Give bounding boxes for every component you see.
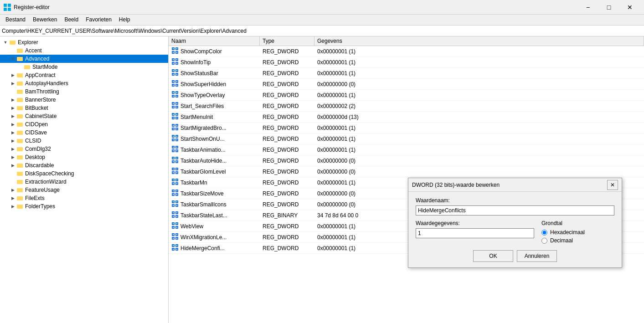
expand-clsid[interactable]: ▶ bbox=[9, 138, 16, 143]
tree-item-cabinetstate[interactable]: ▶ CabinetState bbox=[0, 112, 168, 120]
close-button[interactable]: ✕ bbox=[619, 0, 640, 15]
tree-item-accent[interactable]: Accent bbox=[0, 46, 168, 55]
annuleren-button[interactable]: Annuleren bbox=[517, 250, 557, 262]
table-row[interactable]: ShowTypeOverlayREG_DWORD0x00000001 (1) bbox=[169, 90, 644, 101]
hex-option[interactable]: Hexadecimaal bbox=[541, 229, 614, 236]
menu-bestand[interactable]: Bestand bbox=[2, 15, 29, 24]
address-bar[interactable]: Computer\HKEY_CURRENT_USER\Software\Micr… bbox=[0, 26, 644, 36]
cell-type: REG_DWORD bbox=[260, 112, 314, 122]
dword-dialog[interactable]: DWORD (32 bits)-waarde bewerken ✕ Waarde… bbox=[408, 178, 622, 268]
tree-item-desktop[interactable]: ▶ Desktop bbox=[0, 153, 168, 161]
table-row[interactable]: TaskbarGlomLevelREG_DWORD0x00000000 (0) bbox=[169, 166, 644, 177]
tree-item-appcontract[interactable]: ▶ AppContract bbox=[0, 71, 168, 79]
restore-button[interactable]: □ bbox=[598, 0, 619, 15]
tree-label-foldertypes: FolderTypes bbox=[25, 203, 55, 210]
tree-item-explorer[interactable]: ▼ Explorer bbox=[0, 38, 168, 46]
tree-item-diskspacechecking[interactable]: DiskSpaceChecking bbox=[0, 169, 168, 178]
dialog-title: DWORD (32 bits)-waarde bewerken bbox=[412, 182, 500, 188]
expand-explorer[interactable]: ▼ bbox=[2, 40, 9, 45]
tree-label-cabinetstate: CabinetState bbox=[25, 113, 57, 119]
tree-item-clsid[interactable]: ▶ CLSID bbox=[0, 137, 168, 145]
dec-option[interactable]: Decimaal bbox=[541, 237, 614, 244]
tree-item-discardable[interactable]: ▶ Discardable bbox=[0, 161, 168, 169]
reg-value-icon bbox=[171, 91, 179, 99]
table-row[interactable]: ShowInfoTipREG_DWORD0x00000001 (1) bbox=[169, 57, 644, 68]
svg-rect-161 bbox=[176, 227, 177, 228]
tree-item-featureusage[interactable]: ▶ FeatureUsage bbox=[0, 186, 168, 194]
reg-value-icon bbox=[171, 47, 179, 56]
svg-rect-64 bbox=[173, 96, 174, 97]
dialog-buttons: OK Annuleren bbox=[416, 250, 614, 262]
hex-radio[interactable] bbox=[541, 230, 547, 236]
expand-bamthrottling[interactable] bbox=[9, 89, 16, 94]
svg-rect-65 bbox=[176, 96, 177, 97]
svg-rect-31 bbox=[176, 48, 177, 49]
tree-item-advanced[interactable]: ▼ Advanced bbox=[0, 55, 168, 63]
tree-item-extractionwizard[interactable]: ExtractionWizard bbox=[0, 178, 168, 186]
tree-item-bannerstore[interactable]: ▶ BannerStore bbox=[0, 96, 168, 104]
tree-item-fileexts[interactable]: ▶ FileExts bbox=[0, 194, 168, 202]
menu-favorieten[interactable]: Favorieten bbox=[82, 15, 115, 24]
svg-rect-150 bbox=[173, 212, 174, 213]
tree-item-foldertypes[interactable]: ▶ FolderTypes bbox=[0, 202, 168, 210]
minimize-button[interactable]: − bbox=[577, 0, 598, 15]
expand-advanced[interactable]: ▼ bbox=[9, 56, 16, 61]
svg-rect-86 bbox=[173, 125, 174, 126]
expand-cidopen[interactable]: ▶ bbox=[9, 122, 16, 127]
expand-bannerstore[interactable]: ▶ bbox=[9, 97, 16, 102]
expand-cidsave[interactable]: ▶ bbox=[9, 130, 16, 135]
tree-item-bitbucket[interactable]: ▶ BitBucket bbox=[0, 104, 168, 112]
table-row[interactable]: ShowSuperHiddenREG_DWORD0x00000000 (0) bbox=[169, 79, 644, 90]
menu-bewerken[interactable]: Bewerken bbox=[29, 15, 61, 24]
table-row[interactable]: StartShownOnU...REG_DWORD0x00000001 (1) bbox=[169, 133, 644, 144]
expand-discardable[interactable]: ▶ bbox=[9, 163, 16, 168]
menu-beeld[interactable]: Beeld bbox=[61, 15, 82, 24]
table-row[interactable]: ShowCompColorREG_DWORD0x00000001 (1) bbox=[169, 46, 644, 57]
menu-help[interactable]: Help bbox=[115, 15, 134, 24]
expand-bitbucket[interactable]: ▶ bbox=[9, 106, 16, 110]
waardenaam-input[interactable] bbox=[416, 205, 614, 215]
table-row[interactable]: ShowStatusBarREG_DWORD0x00000001 (1) bbox=[169, 68, 644, 79]
expand-autoplayhandlers[interactable]: ▶ bbox=[9, 81, 16, 86]
reg-value-icon bbox=[171, 167, 179, 176]
expand-desktop[interactable]: ▶ bbox=[9, 155, 16, 159]
cell-type: REG_DWORD bbox=[260, 46, 314, 56]
expand-appcontract[interactable]: ▶ bbox=[9, 73, 16, 77]
expand-extractionwizard[interactable] bbox=[9, 179, 16, 184]
tree-label-bamthrottling: BamThrottling bbox=[25, 88, 59, 95]
dialog-close-button[interactable]: ✕ bbox=[607, 180, 618, 190]
expand-diskspacechecking[interactable] bbox=[9, 171, 16, 176]
table-row[interactable]: TaskbarAnimatio...REG_DWORD0x00000001 (1… bbox=[169, 144, 644, 155]
tree-item-cidsave[interactable]: ▶ CIDSave bbox=[0, 128, 168, 137]
window-controls: − □ ✕ bbox=[577, 0, 640, 15]
tree-item-comdlg32[interactable]: ▶ ComDlg32 bbox=[0, 145, 168, 153]
expand-fileexts[interactable]: ▶ bbox=[9, 196, 16, 200]
tree-item-bamthrottling[interactable]: BamThrottling bbox=[0, 87, 168, 96]
tree-panel[interactable]: ▼ Explorer Accent ▼ Advanced bbox=[0, 36, 169, 323]
table-row[interactable]: StartMigratedBro...REG_DWORD0x00000001 (… bbox=[169, 123, 644, 133]
expand-accent[interactable] bbox=[9, 48, 16, 53]
folder-icon-discardable bbox=[16, 162, 24, 169]
expand-startmode[interactable] bbox=[16, 65, 24, 69]
svg-rect-134 bbox=[173, 190, 174, 191]
tree-item-autoplayhandlers[interactable]: ▶ AutoplayHandlers bbox=[0, 79, 168, 87]
expand-comdlg32[interactable]: ▶ bbox=[9, 147, 16, 151]
table-row[interactable]: Start_SearchFilesREG_DWORD0x00000002 (2) bbox=[169, 101, 644, 112]
cell-type: REG_DWORD bbox=[260, 101, 314, 111]
tree-item-startmode[interactable]: StartMode bbox=[0, 63, 168, 71]
ok-button[interactable]: OK bbox=[473, 250, 513, 262]
cell-type: REG_DWORD bbox=[260, 166, 314, 177]
folder-icon-extractionwizard bbox=[16, 178, 24, 185]
dec-radio[interactable] bbox=[541, 238, 547, 244]
table-row[interactable]: StartMenuInitREG_DWORD0x0000000d (13) bbox=[169, 112, 644, 123]
cell-data: 0x0000000d (13) bbox=[314, 112, 644, 122]
tree-item-cidopen[interactable]: ▶ CIDOpen bbox=[0, 120, 168, 128]
expand-foldertypes[interactable]: ▶ bbox=[9, 204, 16, 209]
expand-featureusage[interactable]: ▶ bbox=[9, 188, 16, 192]
expand-cabinetstate[interactable]: ▶ bbox=[9, 114, 16, 118]
table-row[interactable]: TaskbarAutoHide...REG_DWORD0x00000000 (0… bbox=[169, 155, 644, 166]
cell-name: TaskbarSizeMove bbox=[169, 188, 260, 199]
waardegegevens-input[interactable] bbox=[416, 228, 534, 238]
header-type: Type bbox=[260, 36, 314, 46]
cell-name-text: StartMigratedBro... bbox=[180, 125, 227, 131]
